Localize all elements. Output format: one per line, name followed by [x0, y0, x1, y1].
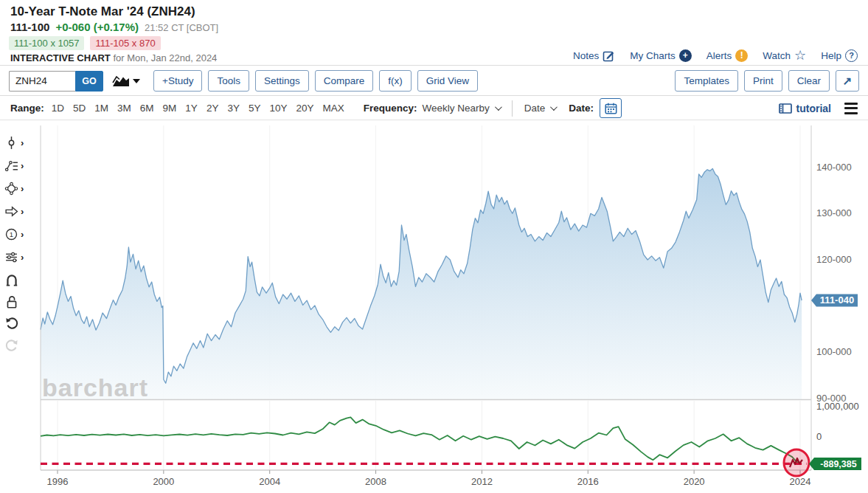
help-link[interactable]: Help ?	[821, 49, 858, 62]
chevron-down-icon	[495, 103, 502, 111]
numbered-annotation-tool-button[interactable]: 1 ›	[4, 225, 29, 243]
my-charts-link[interactable]: My Charts +	[630, 49, 692, 62]
chart-toolbar: GO +Study Tools Settings Compare f(x) Gr…	[0, 66, 868, 96]
study-button[interactable]: +Study	[153, 70, 202, 92]
x-axis-year-label: 2012	[471, 476, 493, 487]
range-1m[interactable]: 1M	[94, 103, 108, 114]
compare-button[interactable]: Compare	[315, 70, 374, 92]
price-axis-label: 140-000	[816, 162, 852, 173]
chevron-right-icon: ›	[21, 230, 24, 239]
range-20y[interactable]: 20Y	[296, 103, 313, 114]
bid-ask-row: 111-100 x 1057 111-105 x 870	[9, 36, 161, 50]
redo-icon	[4, 338, 19, 353]
ask-size-badge: 111-105 x 870	[90, 36, 160, 50]
area-chart-type-icon	[112, 75, 130, 87]
open-padlock-icon	[4, 294, 19, 309]
plus-circle-icon: +	[679, 49, 692, 62]
settings-button[interactable]: Settings	[255, 70, 309, 92]
svg-text:1: 1	[10, 230, 13, 238]
toolbar-left-buttons: +Study Tools Settings Compare f(x) Grid …	[153, 70, 478, 92]
frequency-value: Weekly Nearby	[423, 103, 490, 114]
range-9m[interactable]: 9M	[163, 103, 177, 114]
x-axis-year-label: 2024	[790, 476, 811, 487]
undo-button[interactable]	[4, 314, 29, 332]
templates-button[interactable]: Templates	[675, 70, 738, 92]
go-button[interactable]: GO	[75, 71, 103, 92]
price-change: +0-060 (+0.17%)	[55, 21, 139, 33]
chart-area: 19962000200420082012201620202024barchart…	[30, 120, 868, 493]
range-10y[interactable]: 10Y	[269, 103, 287, 114]
caret-down-icon	[133, 79, 140, 83]
notes-link[interactable]: Notes	[573, 49, 615, 62]
alerts-link[interactable]: Alerts !	[706, 49, 749, 62]
redo-button[interactable]	[4, 337, 29, 354]
grid-view-button[interactable]: Grid View	[417, 70, 478, 92]
date-dropdown[interactable]: Date	[524, 103, 556, 114]
arrow-annotation-tool-button[interactable]: ›	[4, 202, 29, 220]
magnet-snap-button[interactable]	[4, 272, 29, 289]
arrow-icon	[4, 204, 18, 218]
chevron-right-icon: ›	[21, 161, 24, 170]
barchart-interactive-chart-page: 10-Year T-Note Mar '24 (ZNH24) 111-100 +…	[0, 0, 868, 493]
print-button[interactable]: Print	[744, 70, 782, 92]
chevron-right-icon: ›	[21, 252, 24, 262]
chevron-down-icon	[550, 103, 558, 111]
chart-plot-surface[interactable]	[41, 125, 811, 470]
toolbar-right-buttons: Templates Print Clear ↗	[675, 70, 859, 92]
fx-button[interactable]: f(x)	[379, 70, 412, 92]
x-axis-year-label: 1996	[47, 476, 69, 487]
tools-button[interactable]: Tools	[208, 70, 249, 92]
frequency-dropdown[interactable]: Frequency: Weekly Nearby	[364, 103, 500, 114]
tutorial-link[interactable]: tutorial	[779, 103, 831, 114]
trendline-tool-button[interactable]: ›	[4, 156, 29, 174]
range-5y[interactable]: 5Y	[249, 103, 261, 114]
range-max[interactable]: MAX	[322, 103, 344, 114]
date-label: Date:	[569, 103, 594, 114]
current-price-tag-label: 111-040	[820, 294, 854, 306]
cursor-tool-button[interactable]: ›	[4, 134, 29, 151]
x-axis-year-label: 2016	[577, 476, 599, 487]
tutorial-video-icon	[779, 103, 792, 114]
range-3m[interactable]: 3M	[117, 103, 131, 114]
tutorial-label: tutorial	[796, 103, 831, 114]
symbol-input[interactable]	[9, 71, 75, 92]
range-5d[interactable]: 5D	[73, 103, 86, 114]
price-chart-svg: 19962000200420082012201620202024barchart…	[30, 120, 868, 493]
indicator-axis-label: 1,000,000	[816, 401, 859, 412]
calendar-picker-button[interactable]	[600, 98, 622, 118]
watch-link[interactable]: Watch ☆	[763, 49, 806, 62]
x-axis-year-label: 2000	[153, 476, 174, 487]
shapes-diamond-icon	[4, 182, 18, 196]
circled-one-icon: 1	[4, 227, 18, 241]
trendline-list-icon	[4, 159, 18, 173]
range-2y[interactable]: 2Y	[206, 103, 219, 114]
shapes-tool-button[interactable]: ›	[4, 179, 29, 197]
calendar-icon	[605, 103, 617, 114]
header-links: Notes My Charts + Alerts ! Watch ☆ Help …	[573, 49, 858, 62]
chevron-right-icon: ›	[21, 138, 24, 148]
range-3y[interactable]: 3Y	[227, 103, 240, 114]
fullscreen-expand-button[interactable]: ↗	[836, 70, 859, 92]
clear-button[interactable]: Clear	[788, 70, 830, 92]
chart-type-selector[interactable]	[112, 75, 140, 87]
divider	[512, 100, 513, 117]
indicator-axis-label: 0	[816, 431, 822, 442]
sliders-tool-button[interactable]: ›	[4, 248, 29, 266]
magnet-icon	[4, 273, 19, 288]
price-axis-label: 130-000	[816, 207, 852, 218]
alert-badge-icon: !	[735, 49, 748, 62]
x-axis-year-label: 2008	[365, 476, 386, 487]
range-6m[interactable]: 6M	[140, 103, 154, 114]
star-icon: ☆	[794, 49, 806, 62]
range-1y[interactable]: 1Y	[185, 103, 198, 114]
menu-hamburger-icon[interactable]	[844, 103, 858, 114]
unlock-button[interactable]	[4, 293, 29, 311]
range-bar: Range: 1D 5D 1M 3M 6M 9M 1Y 2Y 3Y 5Y 10Y…	[0, 97, 868, 120]
date-dropdown-value: Date	[524, 103, 546, 114]
x-axis-year-label: 2020	[684, 476, 705, 487]
quote-header: 10-Year T-Note Mar '24 (ZNH24) 111-100 +…	[0, 0, 868, 66]
quote-timestamp: 21:52 CT [CBOT]	[145, 22, 218, 33]
range-1d[interactable]: 1D	[52, 103, 64, 114]
indicator-value-tag-label: -889,385	[820, 459, 856, 469]
quote-line: 111-100 +0-060 (+0.17%) 21:52 CT [CBOT]	[10, 21, 218, 33]
